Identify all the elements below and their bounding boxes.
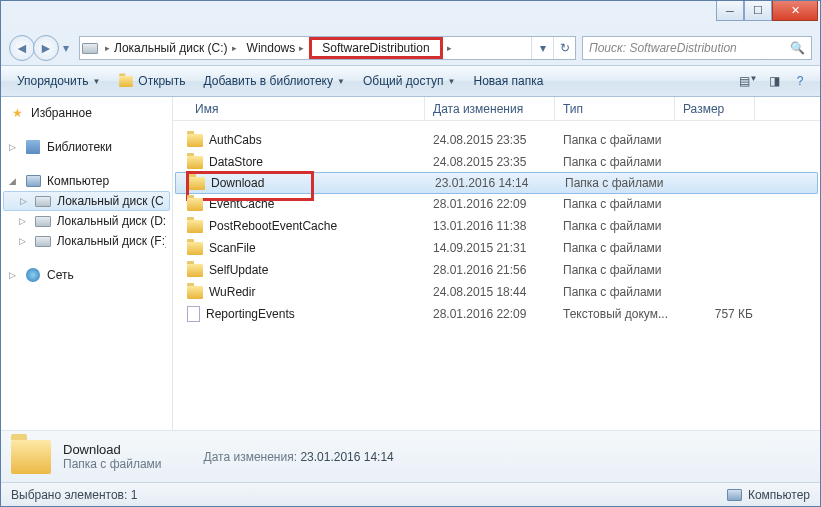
computer-icon bbox=[727, 489, 742, 501]
file-row[interactable]: Download23.01.2016 14:14Папка с файлами bbox=[175, 172, 818, 194]
breadcrumb-windows[interactable]: Windows▸ bbox=[242, 37, 310, 59]
file-type: Папка с файлами bbox=[563, 241, 683, 255]
folder-icon bbox=[11, 440, 51, 474]
folder-icon bbox=[187, 220, 203, 233]
new-folder-button[interactable]: Новая папка bbox=[465, 69, 551, 93]
folder-icon bbox=[187, 286, 203, 299]
column-headers: Имя Дата изменения Тип Размер bbox=[173, 97, 820, 121]
file-name: SelfUpdate bbox=[209, 263, 268, 277]
column-date[interactable]: Дата изменения bbox=[425, 97, 555, 120]
search-box[interactable]: Поиск: SoftwareDistribution 🔍 bbox=[582, 36, 812, 60]
file-date: 23.01.2016 14:14 bbox=[435, 176, 565, 190]
file-size: 757 КБ bbox=[683, 307, 763, 321]
sidebar-computer[interactable]: ◢Компьютер bbox=[1, 171, 172, 191]
details-pane: Download Папка с файлами Дата изменения:… bbox=[1, 430, 820, 482]
file-name: PostRebootEventCache bbox=[209, 219, 337, 233]
sidebar-network[interactable]: ▷Сеть bbox=[1, 265, 172, 285]
close-button[interactable]: ✕ bbox=[772, 1, 818, 21]
file-type: Папка с файлами bbox=[563, 285, 683, 299]
column-size[interactable]: Размер bbox=[675, 97, 755, 120]
file-date: 28.01.2016 22:09 bbox=[433, 197, 563, 211]
sidebar-drive-f[interactable]: ▷Локальный диск (F:) bbox=[1, 231, 172, 251]
minimize-button[interactable]: ─ bbox=[716, 1, 744, 21]
drive-icon bbox=[35, 216, 51, 227]
file-row[interactable]: WuRedir24.08.2015 18:44Папка с файлами bbox=[173, 281, 820, 303]
file-name: AuthCabs bbox=[209, 133, 262, 147]
toolbar: Упорядочить▼ Открыть Добавить в библиоте… bbox=[1, 65, 820, 97]
library-icon bbox=[26, 140, 40, 154]
folder-icon bbox=[187, 242, 203, 255]
file-row[interactable]: SelfUpdate28.01.2016 21:56Папка с файлам… bbox=[173, 259, 820, 281]
folder-icon bbox=[120, 75, 134, 86]
computer-icon bbox=[26, 175, 41, 187]
sidebar-drive-c[interactable]: ▷Локальный диск (C:) bbox=[3, 191, 170, 211]
sidebar-drive-d[interactable]: ▷Локальный диск (D:) bbox=[1, 211, 172, 231]
file-date: 28.01.2016 21:56 bbox=[433, 263, 563, 277]
titlebar: ─ ☐ ✕ bbox=[1, 1, 820, 31]
search-icon: 🔍 bbox=[790, 41, 805, 55]
folder-icon bbox=[187, 198, 203, 211]
drive-icon bbox=[35, 236, 51, 247]
details-type: Папка с файлами bbox=[63, 457, 162, 471]
folder-icon bbox=[189, 177, 205, 190]
open-button[interactable]: Открыть bbox=[110, 69, 193, 93]
file-name: DataStore bbox=[209, 155, 263, 169]
drive-icon bbox=[35, 196, 51, 207]
file-date: 14.09.2015 21:31 bbox=[433, 241, 563, 255]
forward-button[interactable]: ► bbox=[33, 35, 59, 61]
sidebar: ★Избранное ▷Библиотеки ◢Компьютер ▷Локал… bbox=[1, 97, 173, 430]
file-type: Папка с файлами bbox=[565, 176, 685, 190]
file-date: 28.01.2016 22:09 bbox=[433, 307, 563, 321]
sidebar-libraries[interactable]: ▷Библиотеки bbox=[1, 137, 172, 157]
file-row[interactable]: ScanFile14.09.2015 21:31Папка с файлами bbox=[173, 237, 820, 259]
status-selected: Выбрано элементов: 1 bbox=[11, 488, 137, 502]
file-list: AuthCabs24.08.2015 23:35Папка с файламиD… bbox=[173, 121, 820, 430]
file-pane: Имя Дата изменения Тип Размер AuthCabs24… bbox=[173, 97, 820, 430]
address-dropdown[interactable]: ▾ bbox=[531, 37, 553, 59]
file-date: 13.01.2016 11:38 bbox=[433, 219, 563, 233]
file-name: EventCache bbox=[209, 197, 274, 211]
help-button[interactable]: ? bbox=[788, 74, 812, 88]
file-type: Папка с файлами bbox=[563, 197, 683, 211]
add-library-menu[interactable]: Добавить в библиотеку▼ bbox=[195, 69, 352, 93]
share-menu[interactable]: Общий доступ▼ bbox=[355, 69, 464, 93]
file-type: Папка с файлами bbox=[563, 133, 683, 147]
status-bar: Выбрано элементов: 1 Компьютер bbox=[1, 482, 820, 506]
preview-pane-button[interactable]: ◨ bbox=[762, 74, 786, 88]
view-menu[interactable]: ▤ ▼ bbox=[736, 74, 760, 88]
column-name[interactable]: Имя bbox=[173, 97, 425, 120]
network-icon bbox=[26, 268, 40, 282]
breadcrumb-softwaredistribution[interactable]: SoftwareDistribution bbox=[309, 37, 442, 59]
file-row[interactable]: AuthCabs24.08.2015 23:35Папка с файлами bbox=[173, 129, 820, 151]
file-name: ReportingEvents bbox=[206, 307, 295, 321]
file-row[interactable]: PostRebootEventCache13.01.2016 11:38Папк… bbox=[173, 215, 820, 237]
folder-icon bbox=[187, 264, 203, 277]
file-row[interactable]: ReportingEvents28.01.2016 22:09Текстовый… bbox=[173, 303, 820, 325]
address-bar[interactable]: ▸Локальный диск (C:)▸ Windows▸ SoftwareD… bbox=[79, 36, 576, 60]
file-name: Download bbox=[211, 176, 264, 190]
sidebar-favorites[interactable]: ★Избранное bbox=[1, 103, 172, 123]
details-name: Download bbox=[63, 442, 162, 457]
file-date: 24.08.2015 23:35 bbox=[433, 133, 563, 147]
organize-menu[interactable]: Упорядочить▼ bbox=[9, 69, 108, 93]
status-computer: Компьютер bbox=[748, 488, 810, 502]
folder-icon bbox=[187, 134, 203, 147]
breadcrumb-drive[interactable]: ▸Локальный диск (C:)▸ bbox=[100, 37, 242, 59]
drive-icon bbox=[82, 43, 98, 54]
file-row[interactable]: EventCache28.01.2016 22:09Папка с файлам… bbox=[173, 193, 820, 215]
folder-icon bbox=[187, 156, 203, 169]
star-icon: ★ bbox=[9, 105, 25, 121]
search-placeholder: Поиск: SoftwareDistribution bbox=[589, 41, 737, 55]
column-type[interactable]: Тип bbox=[555, 97, 675, 120]
file-name: WuRedir bbox=[209, 285, 255, 299]
refresh-button[interactable]: ↻ bbox=[553, 37, 575, 59]
maximize-button[interactable]: ☐ bbox=[744, 1, 772, 21]
explorer-window: ─ ☐ ✕ ◄ ► ▾ ▸Локальный диск (C:)▸ Window… bbox=[0, 0, 821, 507]
history-dropdown[interactable]: ▾ bbox=[59, 41, 73, 55]
file-type: Текстовый докум... bbox=[563, 307, 683, 321]
details-date: Дата изменения: 23.01.2016 14:14 bbox=[204, 450, 394, 464]
back-button[interactable]: ◄ bbox=[9, 35, 35, 61]
file-type: Папка с файлами bbox=[563, 219, 683, 233]
file-icon bbox=[187, 306, 200, 322]
file-row[interactable]: DataStore24.08.2015 23:35Папка с файлами bbox=[173, 151, 820, 173]
